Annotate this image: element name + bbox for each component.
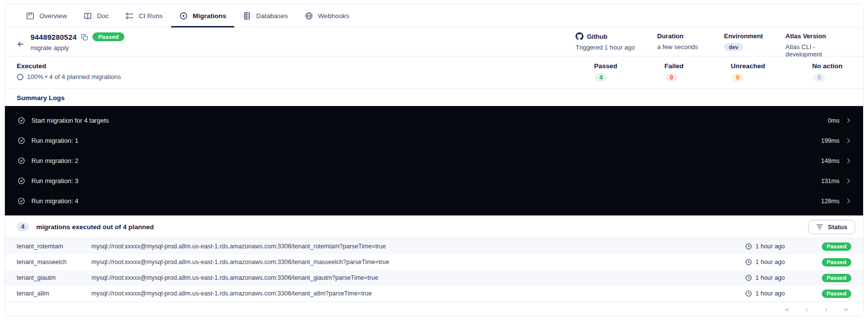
- tab-label: Databases: [256, 12, 288, 20]
- back-button[interactable]: [17, 34, 25, 56]
- check-circle-icon: [18, 117, 25, 124]
- run-header: 94489280524 Passed migrate apply Github …: [5, 27, 863, 56]
- overview-icon: [26, 12, 34, 20]
- meta-label: Duration: [657, 32, 724, 40]
- meta-label: Github: [576, 32, 657, 40]
- meta-atlas-version: Atlas Version Atlas CLI - development: [785, 32, 850, 56]
- run-id: 94489280524: [30, 33, 77, 41]
- log-duration: 131ms: [821, 178, 839, 185]
- table-row[interactable]: tenant_a8m mysql://root:xxxxx@mysql-prod…: [5, 286, 863, 301]
- stat-unreached: Unreached 0: [731, 62, 765, 88]
- tab-label: Doc: [97, 12, 109, 20]
- row-status-badge: Passed: [822, 258, 851, 267]
- executed-section: Executed 100% • 4 of 4 planned migration…: [5, 56, 863, 89]
- tenant-url: mysql://root:xxxxx@mysql-prod.a8m.us-eas…: [91, 274, 745, 281]
- copy-id-button[interactable]: [81, 34, 88, 41]
- migrations-icon: [179, 12, 188, 20]
- meta-value: Triggered 1 hour ago: [576, 44, 657, 51]
- tab-webhooks[interactable]: Webhooks: [296, 4, 358, 27]
- tenant-name: tenant_masseelch: [17, 259, 91, 266]
- log-duration: 148ms: [821, 158, 839, 164]
- chevron-right-icon: [847, 198, 850, 204]
- executed-title: Executed: [17, 62, 121, 70]
- row-status-badge: Passed: [822, 290, 851, 298]
- executed-progress: 100% • 4 of 4 planned migrations: [17, 73, 121, 80]
- meta-label: Environment: [724, 32, 785, 40]
- table-row[interactable]: tenant_giautm mysql://root:xxxxx@mysql-p…: [5, 270, 863, 286]
- tab-label: Overview: [39, 12, 67, 20]
- log-row[interactable]: Run migration: 3 131ms: [5, 171, 863, 191]
- webhooks-icon: [305, 12, 313, 20]
- meta-value: a few seconds: [657, 43, 724, 51]
- pagination-first-button[interactable]: «: [781, 305, 793, 313]
- tab-label: CI Runs: [139, 12, 163, 20]
- log-duration: 0ms: [828, 117, 839, 124]
- row-status-badge: Passed: [822, 242, 851, 251]
- tab-label: Migrations: [193, 12, 226, 20]
- arrow-left-icon: [17, 40, 25, 48]
- chevron-right-icon: [847, 158, 850, 163]
- stat-failed: Failed 0: [665, 62, 684, 88]
- meta-duration: Duration a few seconds: [657, 32, 724, 56]
- row-time: 1 hour ago: [745, 259, 820, 266]
- executed-stats: Passed 4 Failed 0 Unreached 0 No action …: [594, 62, 851, 88]
- meta-label: Atlas Version: [785, 32, 850, 40]
- summary-logs-title: Summary Logs: [5, 89, 863, 106]
- meta-github: Github Triggered 1 hour ago: [576, 32, 657, 56]
- migrations-table-header: 4 migrations executed out of 4 planned S…: [5, 215, 863, 239]
- pagination-next-button[interactable]: ›: [820, 305, 833, 313]
- github-icon: [576, 32, 583, 40]
- tab-doc[interactable]: Doc: [75, 4, 117, 27]
- databases-icon: [243, 12, 251, 20]
- table-row[interactable]: tenant_rotemtam mysql://root:xxxxx@mysql…: [5, 239, 863, 254]
- log-row[interactable]: Run migration: 2 148ms: [5, 151, 863, 171]
- copy-icon: [81, 34, 88, 41]
- log-row[interactable]: Run migration: 1 199ms: [5, 131, 863, 151]
- chevron-right-icon: [847, 178, 850, 184]
- check-circle-icon: [18, 137, 25, 144]
- progress-circle-icon: [17, 74, 24, 80]
- stat-passed-count: 4: [595, 73, 607, 82]
- status-filter-button[interactable]: Status: [808, 220, 855, 234]
- tenant-name: tenant_a8m: [17, 290, 91, 297]
- row-status-badge: Passed: [822, 274, 851, 282]
- tab-ci-runs[interactable]: CI Runs: [117, 4, 171, 27]
- log-text: Run migration: 3: [31, 177, 78, 185]
- clock-icon: [745, 259, 752, 266]
- row-time: 1 hour ago: [745, 243, 820, 250]
- table-row[interactable]: tenant_masseelch mysql://root:xxxxx@mysq…: [5, 254, 863, 270]
- row-time: 1 hour ago: [745, 290, 820, 297]
- check-circle-icon: [18, 197, 25, 205]
- migrations-table: tenant_rotemtam mysql://root:xxxxx@mysql…: [5, 239, 863, 301]
- log-text: Run migration: 1: [31, 137, 78, 144]
- log-duration: 128ms: [821, 198, 839, 205]
- run-command: migrate apply: [30, 44, 124, 52]
- tenant-name: tenant_rotemtam: [17, 243, 91, 250]
- pagination: « ‹ › »: [5, 301, 863, 316]
- tab-migrations[interactable]: Migrations: [171, 4, 234, 27]
- tab-databases[interactable]: Databases: [234, 4, 296, 27]
- chevron-right-icon: [847, 138, 850, 143]
- row-time: 1 hour ago: [745, 274, 820, 281]
- stat-noaction: No action 0: [812, 62, 842, 88]
- log-row[interactable]: Start migration for 4 targets 0ms: [5, 110, 863, 131]
- run-meta: Github Triggered 1 hour ago Duration a f…: [576, 32, 851, 56]
- stat-noaction-count: 0: [813, 73, 825, 82]
- tab-label: Webhooks: [318, 12, 349, 20]
- check-circle-icon: [18, 177, 25, 185]
- clock-icon: [745, 274, 752, 281]
- stat-failed-count: 0: [665, 73, 678, 82]
- pagination-last-button[interactable]: »: [839, 305, 852, 313]
- log-row[interactable]: Run migration: 4 128ms: [5, 191, 863, 211]
- tenant-url: mysql://root:xxxxx@mysql-prod.a8m.us-eas…: [91, 243, 745, 250]
- run-status-badge: Passed: [92, 32, 124, 41]
- tab-overview[interactable]: Overview: [18, 4, 75, 27]
- chevron-right-icon: [847, 118, 850, 123]
- pagination-prev-button[interactable]: ‹: [800, 305, 813, 313]
- stat-passed: Passed 4: [594, 62, 617, 88]
- clock-icon: [745, 243, 752, 250]
- tenant-url: mysql://root:xxxxx@mysql-prod.a8m.us-eas…: [91, 259, 745, 266]
- log-text: Run migration: 4: [31, 197, 78, 205]
- migrations-count-badge: 4: [17, 222, 29, 231]
- tenant-name: tenant_giautm: [17, 274, 91, 281]
